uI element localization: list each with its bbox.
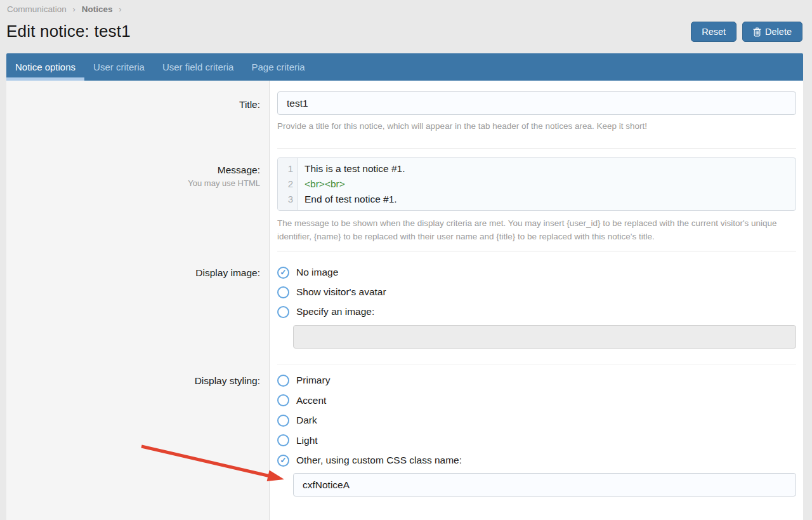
radio-label: Specify an image: bbox=[296, 306, 374, 317]
radio-label: Accent bbox=[296, 395, 326, 406]
radio-label: No image bbox=[296, 267, 338, 278]
breadcrumb-separator: › bbox=[119, 4, 121, 14]
tab-page-criteria[interactable]: Page criteria bbox=[242, 53, 313, 81]
form-label-column bbox=[6, 81, 270, 520]
section-divider bbox=[277, 364, 796, 364]
title-label: Title: bbox=[6, 98, 260, 112]
trash-icon bbox=[753, 27, 761, 37]
breadcrumb-communication[interactable]: Communication bbox=[7, 4, 67, 14]
radio-icon bbox=[277, 267, 289, 279]
tab-notice-options[interactable]: Notice options bbox=[6, 53, 84, 81]
tab-bar: Notice options User criteria User field … bbox=[6, 53, 803, 81]
tab-label: Notice options bbox=[15, 62, 75, 72]
radio-icon bbox=[277, 434, 289, 446]
section-divider bbox=[277, 251, 796, 251]
notice-options-form: Title: Provide a title for this notice, … bbox=[6, 81, 803, 520]
page-title: Edit notice: test1 bbox=[6, 22, 131, 41]
radio-icon bbox=[277, 394, 289, 406]
radio-icon bbox=[277, 375, 289, 387]
radio-label: Dark bbox=[296, 415, 317, 426]
image-url-input[interactable] bbox=[293, 325, 796, 349]
radio-light[interactable]: Light bbox=[277, 434, 462, 448]
radio-show-visitors-avatar[interactable]: Show visitor's avatar bbox=[277, 285, 386, 299]
title-explain: Provide a title for this notice, which w… bbox=[277, 119, 796, 133]
radio-no-image[interactable]: No image bbox=[277, 265, 386, 279]
tab-label: Page criteria bbox=[251, 62, 304, 72]
radio-accent[interactable]: Accent bbox=[277, 394, 462, 408]
radio-label: Primary bbox=[296, 375, 330, 386]
radio-icon bbox=[277, 415, 289, 427]
display-image-label: Display image: bbox=[6, 266, 260, 280]
radio-primary[interactable]: Primary bbox=[277, 373, 462, 387]
radio-dark[interactable]: Dark bbox=[277, 413, 462, 427]
radio-icon bbox=[277, 286, 289, 298]
tab-label: User field criteria bbox=[162, 62, 234, 72]
line-number: 2 bbox=[278, 177, 293, 192]
message-editor[interactable]: 1 2 3 This is a test notice #1. <br><br>… bbox=[277, 157, 796, 211]
display-image-options: No image Show visitor's avatar Specify a… bbox=[277, 265, 386, 324]
section-divider bbox=[277, 148, 796, 149]
message-sublabel: You may use HTML bbox=[6, 178, 260, 189]
title-input[interactable] bbox=[277, 91, 796, 115]
radio-other-custom-css[interactable]: Other, using custom CSS class name: bbox=[277, 453, 462, 467]
breadcrumb: Communication › Notices › bbox=[7, 4, 126, 14]
code-line: This is a test notice #1. bbox=[304, 161, 405, 177]
custom-css-class-input[interactable] bbox=[293, 473, 796, 497]
header-buttons: Reset Delete bbox=[691, 22, 802, 42]
editor-line-numbers: 1 2 3 bbox=[278, 158, 298, 210]
message-explain: The message to be shown when the display… bbox=[277, 217, 792, 243]
tab-user-field-criteria[interactable]: User field criteria bbox=[154, 53, 243, 81]
code-line: End of test notice #1. bbox=[304, 192, 405, 207]
code-line: <br><br> bbox=[304, 177, 405, 192]
reset-button[interactable]: Reset bbox=[691, 22, 737, 42]
reset-button-label: Reset bbox=[702, 27, 726, 37]
delete-button-label: Delete bbox=[765, 27, 792, 37]
tab-label: User criteria bbox=[93, 62, 145, 72]
radio-icon bbox=[277, 455, 289, 467]
breadcrumb-notices[interactable]: Notices bbox=[82, 4, 113, 14]
message-label: Message: bbox=[6, 163, 260, 177]
line-number: 3 bbox=[278, 192, 293, 207]
radio-icon bbox=[277, 306, 289, 318]
delete-button[interactable]: Delete bbox=[742, 22, 802, 42]
display-styling-options: Primary Accent Dark Light Other, using c… bbox=[277, 373, 462, 474]
radio-specify-an-image[interactable]: Specify an image: bbox=[277, 305, 386, 319]
tab-user-criteria[interactable]: User criteria bbox=[84, 53, 154, 81]
radio-label: Other, using custom CSS class name: bbox=[296, 455, 462, 466]
display-styling-label: Display styling: bbox=[6, 374, 260, 388]
breadcrumb-separator: › bbox=[73, 4, 75, 14]
line-number: 1 bbox=[278, 161, 293, 177]
edit-notice-page: Communication › Notices › Edit notice: t… bbox=[0, 0, 812, 520]
radio-label: Show visitor's avatar bbox=[296, 286, 386, 298]
editor-code-lines: This is a test notice #1. <br><br> End o… bbox=[298, 158, 405, 210]
radio-label: Light bbox=[296, 435, 318, 446]
